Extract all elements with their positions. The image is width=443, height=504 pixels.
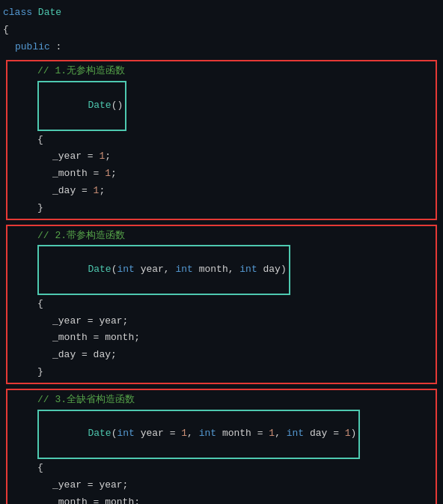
keyword-public: public (15, 40, 50, 55)
brace: { (3, 22, 9, 38)
fn-signature-1: Date() (37, 81, 126, 130)
line-year-3: _year = year; (7, 477, 436, 494)
line-year-2: _year = year; (7, 313, 436, 330)
line-sig-2: Date(int year, int month, int day) (7, 244, 436, 295)
line-month-1: _month = 1; (7, 166, 436, 183)
line-month-2: _month = month; (7, 330, 436, 347)
line-public: public : (0, 39, 443, 56)
fn-signature-3: Date(int year = 1, int month = 1, int da… (37, 410, 360, 459)
line-sig-1: Date() (7, 80, 436, 131)
line-comment-2: // 2.带参构造函数 (7, 228, 436, 245)
section-param-constructor: // 2.带参构造函数 Date(int year, int month, in… (6, 225, 437, 384)
space (32, 5, 38, 21)
line-day-1: _day = 1; (7, 183, 436, 200)
line-body-open-2: { (7, 296, 436, 313)
line-class-def: class Date (0, 4, 443, 22)
line-body-close-2: } (7, 364, 436, 381)
keyword-class: class (3, 5, 32, 21)
line-day-2: _day = day; (7, 347, 436, 364)
line-sig-3: Date(int year = 1, int month = 1, int da… (7, 409, 436, 460)
comment-2: // 2.带参构造函数 (37, 228, 125, 244)
comment-3: // 3.全缺省构造函数 (37, 392, 135, 408)
class-name: Date (38, 5, 61, 21)
line-open-brace: { (0, 22, 443, 39)
section-no-arg-constructor: // 1.无参构造函数 Date() { _year = 1; _month =… (6, 60, 437, 219)
line-comment-1: // 1.无参构造函数 (7, 63, 436, 80)
line-body-close-1: } (7, 200, 436, 217)
line-body-open-1: { (7, 132, 436, 149)
line-year-1: _year = 1; (7, 148, 436, 166)
line-body-open-3: { (7, 460, 436, 477)
section-default-constructor: // 3.全缺省构造函数 Date(int year = 1, int mont… (6, 389, 437, 504)
fn-signature-2: Date(int year, int month, int day) (37, 245, 290, 294)
line-month-3: _month = month; (7, 494, 436, 504)
line-comment-3: // 3.全缺省构造函数 (7, 392, 436, 409)
code-editor: class Date { public : // 1.无参构造函数 Date()… (0, 3, 443, 504)
comment-1: // 1.无参构造函数 (37, 64, 125, 79)
